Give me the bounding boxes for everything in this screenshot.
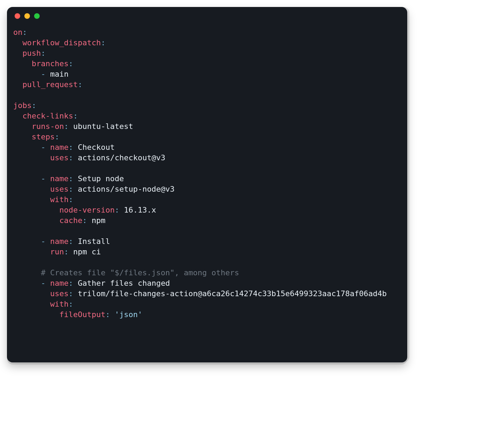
code-token: name	[50, 237, 69, 246]
code-token: trilom/file-changes-action@a6ca26c14274c…	[73, 289, 387, 298]
code-token	[46, 279, 50, 287]
code-token	[13, 300, 50, 308]
code-token	[46, 237, 50, 246]
terminal-window: on: workflow_dispatch: push: branches: -…	[7, 7, 407, 362]
code-token: # Creates file "$/files.json", among oth…	[41, 268, 239, 277]
close-icon[interactable]	[15, 13, 20, 19]
code-token: :	[23, 28, 27, 37]
code-token: :	[69, 300, 73, 308]
code-token: :	[41, 49, 45, 57]
code-token: -	[41, 279, 45, 287]
code-token: 16.13.x	[119, 206, 156, 214]
code-token: :	[64, 247, 69, 256]
code-token: :	[78, 80, 82, 89]
code-token: jobs	[13, 101, 32, 110]
code-token: :	[64, 122, 69, 131]
code-token: -	[41, 143, 45, 152]
code-token: ubuntu-latest	[69, 122, 133, 131]
code-token: run	[50, 247, 64, 256]
code-token	[13, 122, 32, 131]
code-token: -	[41, 174, 45, 183]
code-token: steps	[32, 132, 55, 141]
code-token: name	[50, 143, 69, 152]
code-token: name	[50, 279, 69, 287]
code-token	[13, 59, 32, 68]
code-token: push	[23, 49, 41, 57]
code-token: :	[69, 185, 73, 193]
code-token: workflow_dispatch	[23, 38, 101, 47]
code-token: cache	[59, 216, 82, 225]
code-token	[13, 174, 41, 183]
code-token	[13, 206, 59, 214]
code-token: uses	[50, 153, 69, 162]
code-token: with	[50, 300, 69, 308]
code-token: 'json'	[115, 310, 142, 319]
code-token: :	[69, 195, 73, 204]
code-token: name	[50, 174, 69, 183]
code-token	[46, 143, 50, 152]
code-token: with	[50, 195, 69, 204]
code-token	[13, 132, 32, 141]
code-token	[13, 49, 23, 57]
code-token: Gather files changed	[73, 279, 170, 287]
code-token	[13, 185, 50, 193]
code-area: on: workflow_dispatch: push: branches: -…	[7, 21, 407, 329]
code-token: -	[41, 70, 45, 78]
code-token: uses	[50, 289, 69, 298]
code-token: :	[69, 143, 73, 152]
code-token: :	[69, 59, 73, 68]
code-token: npm	[87, 216, 105, 225]
code-token: runs-on	[32, 122, 64, 131]
code-token	[13, 279, 41, 287]
code-token	[13, 216, 59, 225]
code-token: main	[46, 70, 69, 78]
code-token: :	[115, 206, 119, 214]
code-token: Install	[73, 237, 110, 246]
code-token: :	[69, 174, 73, 183]
code-token	[13, 153, 50, 162]
code-token: node-version	[59, 206, 115, 214]
minimize-icon[interactable]	[24, 13, 30, 19]
code-token: Setup node	[73, 174, 124, 183]
code-token: :	[55, 132, 59, 141]
zoom-icon[interactable]	[34, 13, 40, 19]
code-token: fileOutput	[59, 310, 105, 319]
code-token: :	[69, 237, 73, 246]
code-token	[13, 38, 23, 47]
code-token: check-links	[23, 112, 73, 120]
code-token: :	[32, 101, 36, 110]
code-token	[13, 80, 23, 89]
code-token: :	[105, 310, 110, 319]
code-content: on: workflow_dispatch: push: branches: -…	[13, 27, 398, 320]
code-token: -	[41, 237, 45, 246]
code-token: :	[101, 38, 105, 47]
code-token: npm ci	[69, 247, 101, 256]
code-token	[13, 112, 23, 120]
code-token: actions/setup-node@v3	[73, 185, 174, 193]
code-token	[13, 289, 50, 298]
code-token: branches	[32, 59, 69, 68]
code-token: :	[69, 153, 73, 162]
code-token	[13, 195, 50, 204]
code-token	[13, 143, 41, 152]
code-token	[110, 310, 115, 319]
code-token: :	[69, 279, 73, 287]
window-titlebar	[7, 7, 407, 21]
code-token: Checkout	[73, 143, 115, 152]
code-token: on	[13, 28, 23, 37]
code-token: pull_request	[23, 80, 78, 89]
code-token	[13, 237, 41, 246]
code-token	[13, 247, 50, 256]
code-token	[13, 310, 59, 319]
code-token	[13, 268, 41, 277]
code-token: actions/checkout@v3	[73, 153, 165, 162]
code-token: :	[73, 112, 78, 120]
code-token: :	[69, 289, 73, 298]
code-token: uses	[50, 185, 69, 193]
code-token	[46, 174, 50, 183]
code-token: :	[82, 216, 87, 225]
code-token	[13, 70, 41, 78]
